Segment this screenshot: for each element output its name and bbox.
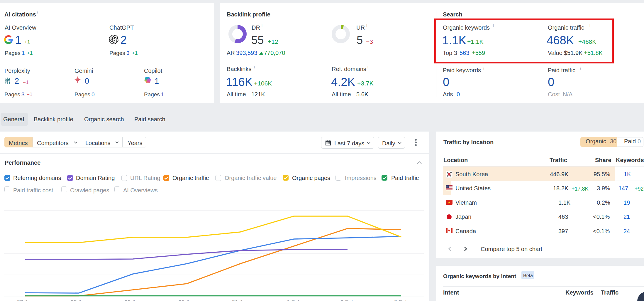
svg-text:28 Jan: 28 Jan [70, 299, 87, 301]
svg-text:2 Feb: 2 Feb [340, 299, 355, 301]
svg-text:27 Jan: 27 Jan [17, 299, 33, 301]
svg-text:29 Jan: 29 Jan [124, 299, 141, 301]
svg-text:31 Jan: 31 Jan [232, 299, 248, 301]
svg-text:1 Feb: 1 Feb [287, 299, 301, 301]
svg-text:3 Feb: 3 Feb [394, 299, 409, 301]
svg-text:30 Jan: 30 Jan [178, 299, 195, 301]
